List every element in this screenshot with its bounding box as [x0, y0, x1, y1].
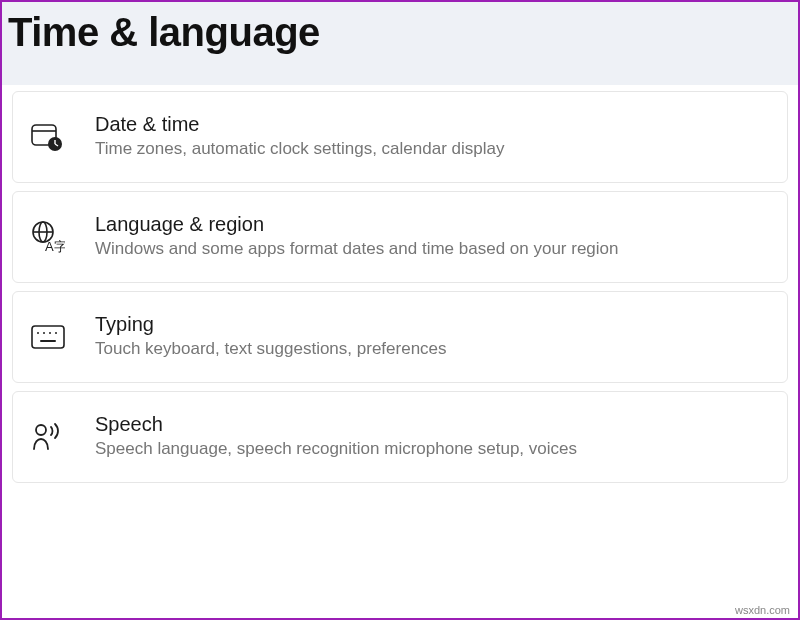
- calendar-clock-icon: [31, 122, 71, 152]
- svg-text:A字: A字: [45, 239, 65, 253]
- svg-point-12: [49, 332, 51, 334]
- settings-item-language-region[interactable]: A字 Language & region Windows and some ap…: [12, 191, 788, 283]
- settings-item-speech[interactable]: Speech Speech language, speech recogniti…: [12, 391, 788, 483]
- settings-item-description: Speech language, speech recognition micr…: [95, 438, 769, 460]
- globe-language-icon: A字: [31, 221, 71, 253]
- svg-point-13: [55, 332, 57, 334]
- settings-item-description: Time zones, automatic clock settings, ca…: [95, 138, 769, 160]
- page-title: Time & language: [8, 10, 798, 55]
- settings-item-text: Language & region Windows and some apps …: [95, 213, 769, 260]
- settings-item-title: Speech: [95, 413, 769, 436]
- watermark: wsxdn.com: [733, 604, 792, 616]
- svg-rect-14: [40, 340, 56, 342]
- settings-item-title: Language & region: [95, 213, 769, 236]
- settings-item-typing[interactable]: Typing Touch keyboard, text suggestions,…: [12, 291, 788, 383]
- settings-item-text: Date & time Time zones, automatic clock …: [95, 113, 769, 160]
- settings-item-text: Typing Touch keyboard, text suggestions,…: [95, 313, 769, 360]
- settings-item-description: Windows and some apps format dates and t…: [95, 238, 769, 260]
- keyboard-icon: [31, 325, 71, 349]
- svg-point-11: [43, 332, 45, 334]
- speech-icon: [31, 422, 71, 452]
- settings-item-description: Touch keyboard, text suggestions, prefer…: [95, 338, 769, 360]
- svg-point-15: [36, 425, 46, 435]
- settings-panel: Time & language Date & time Time zones, …: [0, 0, 800, 620]
- svg-rect-9: [32, 326, 64, 348]
- svg-point-10: [37, 332, 39, 334]
- settings-item-title: Date & time: [95, 113, 769, 136]
- settings-item-title: Typing: [95, 313, 769, 336]
- settings-item-date-time[interactable]: Date & time Time zones, automatic clock …: [12, 91, 788, 183]
- settings-item-text: Speech Speech language, speech recogniti…: [95, 413, 769, 460]
- header: Time & language: [2, 2, 798, 85]
- settings-items-list: Date & time Time zones, automatic clock …: [2, 85, 798, 483]
